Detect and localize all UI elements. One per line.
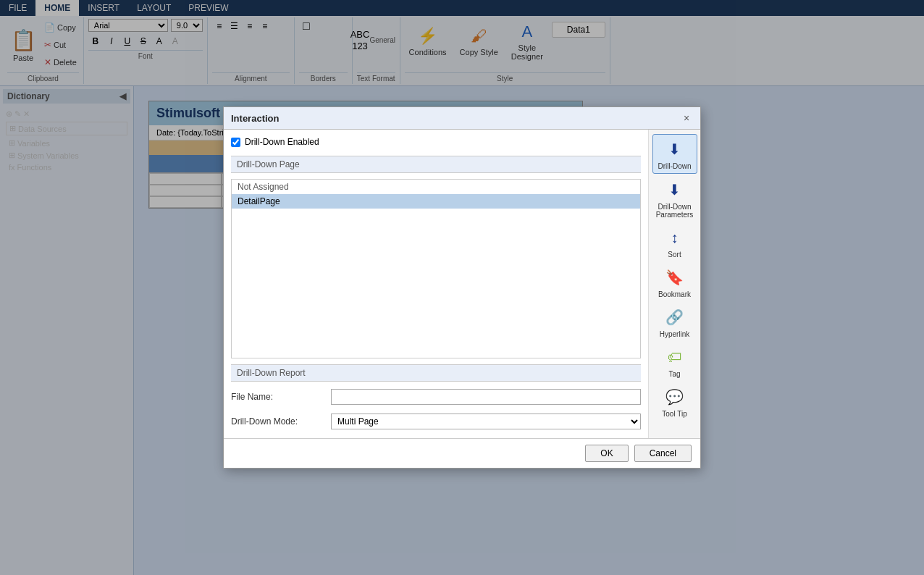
filename-label: File Name:	[231, 392, 325, 402]
drilldown-params-label: Drill-Down Parameters	[654, 203, 696, 219]
drilldown-enabled-row: Drill-Down Enabled	[231, 137, 641, 147]
drilldown-mode-row: Drill-Down Mode: Multi Page Single Page …	[231, 412, 641, 431]
page-list-item-not-assigned[interactable]: Not Assigned	[232, 180, 640, 194]
page-list-item-detail[interactable]: DetailPage	[232, 194, 640, 209]
drilldown-mode-label: Drill-Down Mode:	[231, 416, 325, 427]
modal-overlay: Interaction × Drill-Down Enabled Drill-D…	[0, 0, 924, 575]
drilldown-label: Drill-Down	[658, 162, 691, 170]
bookmark-icon: 🔖	[663, 266, 686, 289]
dialog-body: Drill-Down Enabled Drill-Down Page Not A…	[224, 130, 700, 438]
sort-label: Sort	[668, 251, 681, 259]
sidebar-tooltip-button[interactable]: 💬 Tool Tip	[652, 382, 697, 421]
tooltip-icon: 💬	[663, 385, 686, 408]
tag-icon: 🏷	[663, 345, 686, 369]
filename-input[interactable]	[331, 389, 641, 405]
filename-row: File Name:	[231, 387, 641, 406]
sort-icon: ↕	[663, 226, 686, 249]
ok-button[interactable]: OK	[585, 445, 628, 462]
drilldown-mode-select[interactable]: Multi Page Single Page New Window	[331, 414, 641, 429]
tag-label: Tag	[668, 370, 680, 378]
interaction-dialog: Interaction × Drill-Down Enabled Drill-D…	[223, 106, 701, 469]
drilldown-enabled-label: Drill-Down Enabled	[245, 137, 319, 147]
drilldown-report-section-header: Drill-Down Report	[231, 364, 641, 382]
drilldown-enabled-checkbox[interactable]	[231, 138, 240, 147]
sidebar-sort-button[interactable]: ↕ Sort	[652, 223, 697, 261]
dialog-main: Drill-Down Enabled Drill-Down Page Not A…	[224, 130, 648, 438]
page-list: Not Assigned DetailPage	[231, 179, 641, 358]
dialog-titlebar: Interaction ×	[224, 107, 700, 130]
tooltip-label: Tool Tip	[662, 410, 686, 418]
hyperlink-label: Hyperlink	[660, 330, 690, 338]
sidebar-bookmark-button[interactable]: 🔖 Bookmark	[652, 263, 697, 301]
sidebar-drilldown-button[interactable]: ⬇ Drill-Down	[652, 134, 697, 174]
sidebar-drilldown-params-button[interactable]: ⬇ Drill-Down Parameters	[652, 175, 697, 222]
drilldown-icon: ⬇	[663, 138, 686, 161]
dialog-footer: OK Cancel	[224, 438, 700, 468]
sidebar-tag-button[interactable]: 🏷 Tag	[652, 343, 697, 381]
drilldown-page-section-header: Drill-Down Page	[231, 156, 641, 173]
cancel-button[interactable]: Cancel	[634, 445, 692, 462]
dialog-sidebar: ⬇ Drill-Down ⬇ Drill-Down Parameters ↕ S…	[648, 130, 700, 438]
drilldown-params-icon: ⬇	[663, 178, 686, 201]
sidebar-hyperlink-button[interactable]: 🔗 Hyperlink	[652, 303, 697, 341]
dialog-close-button[interactable]: ×	[680, 112, 693, 125]
hyperlink-icon: 🔗	[663, 306, 686, 329]
dialog-title: Interaction	[231, 113, 279, 124]
bookmark-label: Bookmark	[658, 290, 691, 298]
